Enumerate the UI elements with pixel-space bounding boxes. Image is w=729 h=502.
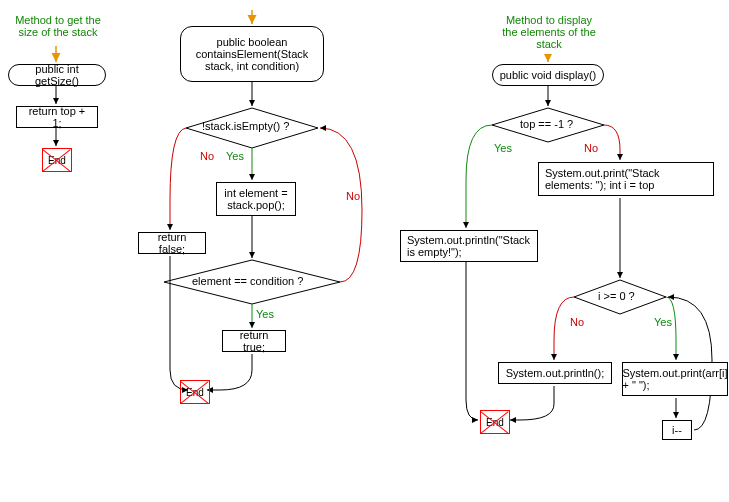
fc3-cond2: i >= 0 ? — [598, 290, 635, 302]
fc3-method: public void display() — [492, 64, 604, 86]
fc3-yes2: Yes — [654, 316, 672, 328]
fc3-comment: Method to display the elements of the st… — [494, 10, 604, 54]
fc2-end: End — [180, 380, 210, 404]
fc3-decr: i-- — [662, 420, 692, 440]
fc1-method: public int getSize() — [8, 64, 106, 86]
fc3-yes1: Yes — [494, 142, 512, 154]
fc2-yes1: Yes — [226, 150, 244, 162]
fc1-return: return top + 1; — [16, 106, 98, 128]
flowchart-canvas — [0, 0, 729, 502]
fc3-end: End — [480, 410, 510, 434]
fc2-return-true: return true; — [222, 330, 286, 352]
fc3-empty: System.out.println("Stack is empty!"); — [400, 230, 538, 262]
fc2-method: public boolean containsElement(Stack sta… — [180, 26, 324, 82]
fc3-no1: No — [584, 142, 598, 154]
fc3-header: System.out.print("Stack elements: "); in… — [538, 162, 714, 196]
fc3-println: System.out.println(); — [498, 362, 612, 384]
fc2-no1: No — [200, 150, 214, 162]
fc2-yes2: Yes — [256, 308, 274, 320]
fc3-print: System.out.print(arr[i] + " "); — [622, 362, 728, 396]
fc2-cond2: element == condition ? — [192, 275, 303, 287]
fc2-pop: int element = stack.pop(); — [216, 182, 296, 216]
fc2-return-false: return false; — [138, 232, 206, 254]
fc2-cond1: !stack.isEmpty() ? — [202, 120, 289, 132]
fc3-cond1: top == -1 ? — [520, 118, 573, 130]
fc3-no2: No — [570, 316, 584, 328]
fc1-comment: Method to get the size of the stack — [8, 10, 108, 42]
fc1-end: End — [42, 148, 72, 172]
fc2-no2: No — [346, 190, 360, 202]
